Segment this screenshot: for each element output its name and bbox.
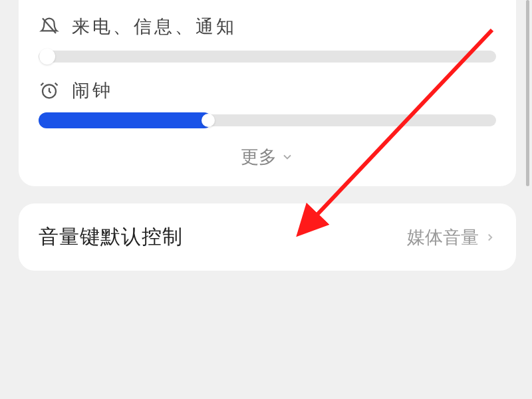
volume-settings-card: 来电、信息、通知 闹钟 [19,0,516,186]
volume-key-control-item[interactable]: 音量键默认控制 媒体音量 [19,203,516,271]
notifications-header: 来电、信息、通知 [39,15,496,39]
notifications-slider[interactable] [39,51,496,63]
alarm-slider-thumb[interactable] [201,114,215,127]
scrollbar[interactable] [526,0,529,186]
notifications-volume-item: 来电、信息、通知 [39,15,496,63]
volume-key-control-value-wrap: 媒体音量 [407,225,496,249]
volume-key-control-title: 音量键默认控制 [39,223,183,251]
chevron-down-icon [281,150,294,164]
settings-screen: 来电、信息、通知 闹钟 [0,0,532,399]
more-label: 更多 [241,145,277,169]
alarm-label: 闹钟 [72,78,113,102]
alarm-clock-icon [39,80,60,101]
alarm-volume-item: 闹钟 [39,78,496,126]
chevron-right-icon [484,228,496,247]
alarm-header: 闹钟 [39,78,496,102]
notifications-label: 来电、信息、通知 [72,15,237,39]
notifications-slider-thumb[interactable] [39,49,55,65]
volume-key-control-value: 媒体音量 [407,225,479,249]
bell-off-icon [39,16,60,37]
alarm-slider[interactable] [39,114,496,126]
more-button[interactable]: 更多 [39,145,496,173]
